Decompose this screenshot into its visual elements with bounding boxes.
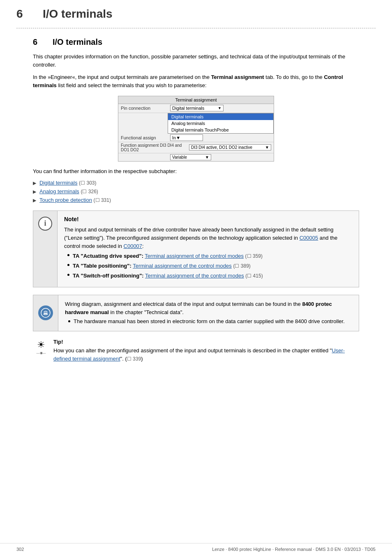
info-bullet-text: The hardware manual has been stored in e… xyxy=(74,318,345,324)
note-bullet-link-0[interactable]: Terminal assignment of the control modes xyxy=(145,253,244,259)
info-content: Wiring diagram, assignment and electrica… xyxy=(58,295,359,331)
note-bullet-text-2: TA "Switch-off positioning": Terminal as… xyxy=(73,272,263,280)
function-combo[interactable]: DI3 DI4 active, DO1 DO2 inactive ▼ xyxy=(189,144,271,150)
note-bullet-text-1: TA "Table positioning": Terminal assignm… xyxy=(73,262,251,270)
tip-page-ref: ☐ 339 xyxy=(127,356,141,362)
note-bullet-ref-1: (☐ 389) xyxy=(233,263,250,269)
intro2-before-bold: In the »Engineer«, the input and output … xyxy=(33,74,211,80)
manual-ref: Lenze · 8400 protec HighLine · Reference… xyxy=(212,547,376,552)
note-box: i Note! The input and output terminals o… xyxy=(33,210,359,287)
tip-content: Tip! How you can alter the preconfigured… xyxy=(53,339,359,363)
fn-arrow: ▼ xyxy=(176,135,180,140)
info-body1: Wiring diagram, assignment and electrica… xyxy=(65,301,302,307)
intro2-after: list field and select the terminals that… xyxy=(57,82,207,88)
info-bullet-dot xyxy=(68,320,70,322)
variable-combo[interactable]: Variable ▼ xyxy=(170,154,211,160)
main-content: 6 I/O terminals This chapter provides in… xyxy=(0,28,392,379)
menu-item-touch-probe[interactable]: Digital terminals TouchProbe xyxy=(168,127,273,133)
intro-paragraph-2: In the »Engineer«, the input and output … xyxy=(33,73,359,90)
tip-label: Tip! xyxy=(53,339,359,345)
variable-arrow: ▼ xyxy=(205,155,209,160)
note-title: Note! xyxy=(64,216,352,222)
note-bullet-ref-0: (☐ 359) xyxy=(245,253,263,259)
intro2-bold1: Terminal assignment xyxy=(211,74,264,80)
subchapter-item-0: ▶ Digital terminals (☐ 303) xyxy=(33,180,359,186)
tip-icon-col: ☀ —◉— xyxy=(33,340,49,355)
note-icon: i xyxy=(38,217,52,231)
note-intro: The input and output terminals of the dr… xyxy=(64,227,333,241)
subchapter-list: ▶ Digital terminals (☐ 303) ▶ Analog ter… xyxy=(33,180,359,203)
functional-label: Functional assign xyxy=(121,135,170,140)
subchapter-link-2[interactable]: Touch probe detection (☐ 331) xyxy=(39,197,111,203)
page-header: 6 I/O terminals xyxy=(0,0,392,21)
page-ref-2: (☐ 331) xyxy=(94,197,111,203)
dropdown-arrow: ▼ xyxy=(218,106,221,110)
page-number: 302 xyxy=(16,547,24,552)
screenshot-title: Terminal assignment xyxy=(118,96,274,104)
pin-dropdown-menu[interactable]: Digital terminals Analog terminals Digit… xyxy=(168,113,274,134)
menu-item-analog[interactable]: Analog terminals xyxy=(168,120,273,127)
tip-body: How you can alter the preconfigured assi… xyxy=(53,347,359,363)
variable-row: Variable ▼ xyxy=(118,153,274,161)
tip-bulb-lines: —◉— xyxy=(37,351,46,355)
page-ref-0: (☐ 303) xyxy=(79,180,96,186)
section-title: I/O terminals xyxy=(53,37,102,47)
note-after: : xyxy=(142,243,144,249)
pin-dropdown[interactable]: Digital terminals ▼ xyxy=(170,105,224,111)
note-bullet-link-1[interactable]: Terminal assignment of the control modes xyxy=(133,263,232,269)
chapter-title-header: I/O terminals xyxy=(43,7,113,21)
note-content: Note! The input and output terminals of … xyxy=(58,211,359,287)
functional-row: Functional assign In ▼ xyxy=(118,134,274,142)
bullet-dot-0 xyxy=(67,254,69,256)
function-arrow: ▼ xyxy=(265,145,269,150)
terminal-assignment-screenshot: Terminal assignment Pin connection Digit… xyxy=(118,96,274,162)
info-svg xyxy=(41,308,51,318)
note-icon-col: i xyxy=(33,211,58,287)
note-body-text: The input and output terminals of the dr… xyxy=(64,226,352,250)
bullet-dot-1 xyxy=(67,264,69,266)
bullet-dot-2 xyxy=(67,274,69,276)
info-body-text: Wiring diagram, assignment and electrica… xyxy=(65,300,352,317)
section-heading: 6 I/O terminals xyxy=(33,37,359,47)
note-bullet-ref-2: (☐ 415) xyxy=(245,273,263,279)
info-bullet: The hardware manual has been stored in e… xyxy=(68,318,352,324)
pin-label: Pin connection xyxy=(121,106,170,111)
intro-paragraph-1: This chapter provides information on the… xyxy=(33,53,359,69)
info-icon-col xyxy=(33,295,58,331)
tip-body-end: ) xyxy=(141,356,143,362)
note-bullet-bold-1: TA "Table positioning": xyxy=(73,263,131,269)
bullet-arrow-2: ▶ xyxy=(33,198,36,203)
dropdown-menu-container: Digital terminals Analog terminals Digit… xyxy=(118,113,274,134)
chapter-num-header: 6 xyxy=(16,7,33,21)
note-bullet-0: TA "Actuating drive speed": Terminal ass… xyxy=(67,252,352,260)
info-body2: in the chapter "Technical data". xyxy=(109,309,184,315)
page-footer: 302 Lenze · 8400 protec HighLine · Refer… xyxy=(0,543,392,555)
subchapter-link-0[interactable]: Digital terminals (☐ 303) xyxy=(39,180,96,186)
menu-item-digital[interactable]: Digital terminals xyxy=(168,113,273,120)
section-num: 6 xyxy=(33,37,44,47)
bullet-arrow-1: ▶ xyxy=(33,189,36,194)
tip-bulb-icon: ☀ xyxy=(37,340,45,350)
function-value: DI3 DI4 active, DO1 DO2 inactive xyxy=(191,145,252,150)
page-ref-1: (☐ 326) xyxy=(81,189,98,194)
subchapter-item-2: ▶ Touch probe detection (☐ 331) xyxy=(33,197,359,203)
info-icon xyxy=(38,305,53,320)
note-bullet-link-2[interactable]: Terminal assignment of the control modes xyxy=(145,273,244,279)
tip-body-after: ". ( xyxy=(120,356,127,362)
note-bullet-bold-2: TA "Switch-off positioning": xyxy=(73,273,144,279)
bullet-arrow-0: ▶ xyxy=(33,180,36,186)
fn-dropdown[interactable]: In ▼ xyxy=(170,134,203,141)
variable-value: Variable xyxy=(172,155,187,160)
note-bullet-2: TA "Switch-off positioning": Terminal as… xyxy=(67,272,352,280)
note-link2[interactable]: C00007 xyxy=(124,243,143,249)
note-body: The input and output terminals of the dr… xyxy=(64,226,352,280)
pin-connection-row: Pin connection Digital terminals ▼ xyxy=(118,104,274,113)
fn-value: In xyxy=(172,135,176,140)
subchapter-item-1: ▶ Analog terminals (☐ 326) xyxy=(33,188,359,194)
info-box: Wiring diagram, assignment and electrica… xyxy=(33,295,359,331)
subchapter-link-1[interactable]: Analog terminals (☐ 326) xyxy=(39,188,98,194)
function-assignment-row: Function assignment DI3 DI4 and DO1 DO2 … xyxy=(118,142,274,153)
function-label: Function assignment DI3 DI4 and DO1 DO2 xyxy=(121,143,189,152)
note-link1[interactable]: C00005 xyxy=(300,235,318,241)
tip-body-before: How you can alter the preconfigured assi… xyxy=(53,347,332,354)
